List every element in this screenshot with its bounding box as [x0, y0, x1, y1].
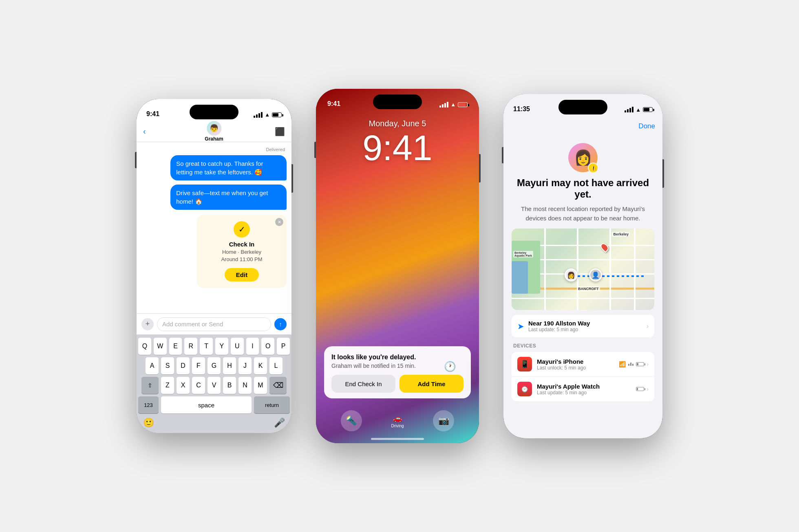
key-p[interactable]: P	[277, 338, 290, 355]
alert-status-time: 11:35	[513, 106, 530, 113]
checkin-detail: Home · Berkeley Around 11:00 PM	[221, 248, 262, 263]
street-v-4	[634, 229, 636, 310]
iphone-device-name: Mayuri's iPhone	[537, 358, 586, 365]
alert-signal-icon	[625, 107, 633, 112]
key-j[interactable]: J	[238, 357, 252, 374]
keyboard-row-3: ⇧ Z X C V B N M ⌫	[138, 377, 290, 394]
key-e[interactable]: E	[169, 338, 182, 355]
location-map[interactable]: Berkeley BerkeleyAquatic Park BANCROFT 👩…	[512, 229, 654, 310]
add-time-button[interactable]: Add Time	[400, 375, 464, 393]
notification-inner: 🕐 It looks like you're delayed. Graham w…	[331, 354, 464, 393]
space-key[interactable]: space	[161, 396, 252, 413]
delete-key[interactable]: ⌫	[269, 377, 287, 394]
keyboard-bottom-row: 123 space return	[138, 396, 290, 413]
key-u[interactable]: U	[231, 338, 244, 355]
key-r[interactable]: R	[184, 338, 197, 355]
alert-title: Mayuri may not have arrived yet.	[512, 177, 654, 201]
lock-date: Monday, June 5	[316, 119, 479, 128]
numbers-key[interactable]: 123	[138, 396, 159, 413]
key-g[interactable]: G	[207, 357, 221, 374]
key-v[interactable]: V	[207, 377, 221, 394]
message-input-field[interactable]: Add comment or Send	[157, 317, 271, 331]
iphone-sig-1	[628, 364, 629, 366]
alert-dynamic-island	[558, 100, 607, 114]
key-c[interactable]: C	[192, 377, 205, 394]
key-z[interactable]: Z	[161, 377, 174, 394]
key-f[interactable]: F	[192, 357, 205, 374]
watch-battery-status	[636, 387, 644, 391]
alert-battery-fill	[644, 108, 649, 111]
keyboard: Q W E R T Y U I O P A S D F G H	[137, 334, 291, 433]
key-b[interactable]: B	[223, 377, 236, 394]
signal-icon	[254, 112, 263, 118]
watch-row-chevron: ›	[647, 386, 649, 392]
video-call-button[interactable]: ⬛	[275, 127, 285, 136]
contact-info[interactable]: 👦 Graham	[205, 121, 223, 142]
emoji-button[interactable]: 🙂	[143, 418, 154, 428]
key-m[interactable]: M	[254, 377, 267, 394]
watch-device-row[interactable]: ⌚ Mayuri's Apple Watch Last update: 5 mi…	[512, 377, 654, 401]
map-label-park: BerkeleyAquatic Park	[513, 251, 533, 257]
location-chevron-icon: ›	[647, 323, 649, 330]
key-q[interactable]: Q	[138, 338, 151, 355]
contact-avatar-container: 👩 ⚠️	[568, 143, 598, 172]
key-w[interactable]: W	[154, 338, 167, 355]
signal-bar-3	[258, 113, 260, 118]
back-button[interactable]: ‹	[143, 127, 146, 136]
key-n[interactable]: N	[238, 377, 252, 394]
iphone-wifi-status: 📶	[619, 361, 626, 367]
notification-title: It looks like you're delayed.	[331, 354, 464, 361]
camera-button[interactable]: 📷	[433, 410, 454, 431]
checkin-edit-button[interactable]: Edit	[225, 268, 259, 281]
location-info-row[interactable]: ➤ Near 190 Allston Way Last update: 5 mi…	[512, 315, 654, 337]
lock-status-icons: ▲	[439, 101, 468, 108]
key-d[interactable]: D	[177, 357, 190, 374]
watch-device-status: ›	[636, 386, 649, 392]
key-i[interactable]: I	[246, 338, 259, 355]
add-attachment-button[interactable]: +	[141, 318, 154, 330]
key-o[interactable]: O	[261, 338, 274, 355]
watch-icon: ⌚	[521, 385, 529, 393]
alert-status-icons: ▲	[625, 107, 653, 113]
iphone-row-chevron: ›	[647, 361, 649, 367]
iphone-sig-3	[632, 364, 633, 366]
battery-icon	[272, 112, 282, 117]
alert-subtitle: The most recent location reported by May…	[512, 204, 654, 223]
mic-button[interactable]: 🎤	[274, 418, 285, 428]
end-checkin-button[interactable]: End Check In	[331, 375, 395, 393]
lock-dynamic-island	[373, 95, 422, 109]
camera-icon: 📷	[438, 415, 449, 426]
shift-key[interactable]: ⇧	[141, 377, 159, 394]
map-gray-dot: 👤	[589, 268, 602, 281]
iphone-icon: 📱	[520, 360, 529, 369]
return-key[interactable]: return	[254, 396, 290, 413]
done-button[interactable]: Done	[638, 122, 655, 130]
lock-battery-fill	[459, 103, 466, 106]
lock-spacer	[316, 166, 479, 346]
warning-badge: ⚠️	[588, 163, 598, 173]
phone-lockscreen: 9:41 ▲ Monday, June 5	[316, 89, 479, 443]
lock-battery-icon	[458, 102, 468, 107]
iphone-device-row[interactable]: 📱 Mayuri's iPhone Last unlock: 5 min ago…	[512, 352, 654, 376]
iphone-battery-fill	[637, 363, 638, 365]
notification-buttons: End Check In Add Time	[331, 375, 464, 393]
input-placeholder: Add comment or Send	[162, 321, 223, 328]
alert-wifi-icon: ▲	[636, 107, 641, 113]
send-button[interactable]: ↑	[274, 318, 287, 330]
key-s[interactable]: S	[161, 357, 174, 374]
car-icon: 🚗	[393, 414, 402, 423]
key-a[interactable]: A	[146, 357, 159, 374]
checkin-detail-line2: Around 11:00 PM	[221, 256, 262, 262]
location-arrow-icon: ➤	[517, 321, 524, 331]
key-x[interactable]: X	[177, 377, 190, 394]
alert-signal-bar-4	[632, 107, 633, 112]
key-h[interactable]: H	[223, 357, 236, 374]
keyboard-emoji-row: 🙂 🎤	[138, 416, 290, 431]
key-t[interactable]: T	[200, 338, 213, 355]
alert-nav-bar: Done	[503, 116, 662, 136]
flashlight-button[interactable]: 🔦	[341, 410, 362, 431]
key-y[interactable]: Y	[215, 338, 228, 355]
checkin-close-button[interactable]: ✕	[275, 218, 283, 226]
key-k[interactable]: K	[254, 357, 267, 374]
key-l[interactable]: L	[269, 357, 283, 374]
